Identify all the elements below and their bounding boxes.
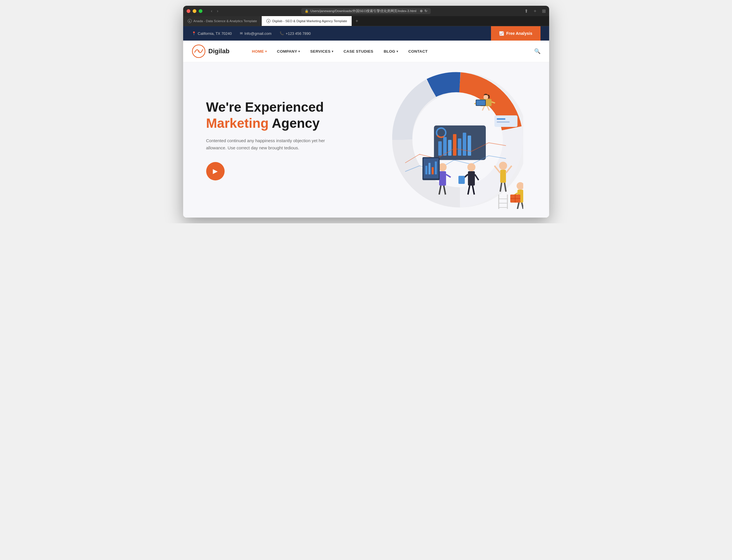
svg-point-1	[197, 50, 200, 52]
hero-title: We're Experienced Marketing Agency	[206, 99, 327, 131]
sidebar-icon[interactable]: ⊞	[542, 8, 546, 14]
play-icon: ▶	[213, 167, 218, 175]
nav-link-home[interactable]: HOME ▾	[247, 46, 272, 57]
chevron-down-icon: ▾	[397, 50, 398, 53]
close-button[interactable]	[187, 9, 190, 13]
svg-rect-16	[497, 121, 510, 123]
free-analysis-label: Free Analysis	[506, 31, 533, 36]
svg-line-57	[518, 203, 519, 209]
svg-point-17	[484, 95, 488, 100]
location-icon: 📍	[192, 31, 196, 35]
nav-item-services: SERVICES ▾	[305, 46, 338, 57]
tab-label-anada: Anada - Data Science & Analytics Templat…	[193, 19, 257, 23]
nav-item-company: COMPANY ▾	[272, 46, 305, 57]
svg-rect-47	[429, 163, 431, 174]
chevron-down-icon: ▾	[298, 50, 300, 53]
svg-rect-10	[463, 133, 466, 156]
email-item: ✉ Info@gmail.com	[240, 31, 271, 36]
location-text: California, TX 70240	[198, 31, 232, 36]
chart-icon: 📈	[499, 31, 504, 36]
navbar: Digilab HOME ▾ COMPANY ▾	[183, 41, 549, 62]
back-button[interactable]: ‹	[209, 8, 214, 14]
svg-rect-24	[476, 100, 485, 105]
svg-point-38	[439, 163, 447, 171]
nav-link-services[interactable]: SERVICES ▾	[305, 46, 338, 57]
svg-rect-34	[459, 176, 465, 184]
nav-menu: HOME ▾ COMPANY ▾ SERVICES ▾	[247, 46, 531, 57]
logo-text: Digilab	[208, 47, 229, 55]
browser-tabs: ● Anada - Data Science & Analytics Templ…	[183, 16, 549, 26]
share-icon[interactable]: ⬆	[524, 8, 528, 14]
nav-link-company[interactable]: COMPANY ▾	[272, 46, 305, 57]
phone-text: +123 456 7890	[286, 31, 311, 36]
svg-rect-9	[458, 138, 461, 156]
refresh-icon[interactable]: ↻	[425, 9, 427, 13]
hero-title-line1: We're Experienced	[206, 100, 324, 115]
address-bar[interactable]: 🔒 Users/janewang/Downloads/外国SEO搜索引擎优化类网…	[301, 8, 431, 14]
topbar: 📍 California, TX 70240 ✉ Info@gmail.com …	[183, 26, 549, 41]
hero-title-highlight: Marketing	[206, 116, 269, 131]
nav-link-blog[interactable]: BLOG ▾	[379, 46, 403, 57]
svg-line-21	[482, 106, 484, 111]
svg-line-58	[522, 203, 523, 209]
svg-rect-11	[468, 136, 471, 156]
svg-rect-26	[500, 170, 506, 183]
svg-rect-15	[497, 118, 505, 120]
svg-point-31	[467, 163, 476, 171]
free-analysis-button[interactable]: 📈 Free Analysis	[491, 26, 541, 41]
svg-line-35	[475, 174, 479, 180]
hero-content: We're Experienced Marketing Agency Conte…	[206, 99, 327, 180]
nav-link-contact[interactable]: CONTACT	[403, 46, 433, 57]
hero-svg	[374, 71, 523, 209]
phone-icon: 📞	[279, 31, 284, 35]
chevron-down-icon: ▾	[332, 50, 333, 53]
email-icon: ✉	[240, 31, 243, 35]
new-tab-icon[interactable]: ＋	[533, 8, 537, 14]
tab-favicon-digilab: ●	[266, 19, 270, 23]
topbar-info: 📍 California, TX 70240 ✉ Info@gmail.com …	[192, 31, 491, 36]
nav-link-case-studies[interactable]: CASE STUDIES	[338, 46, 379, 57]
svg-point-50	[517, 182, 523, 190]
tab-digilab[interactable]: ● Digilab - SEO & Digital Marketing Agen…	[262, 16, 352, 26]
chevron-down-icon: ▾	[265, 50, 267, 53]
svg-line-22	[487, 106, 489, 111]
hero-illustration	[347, 62, 549, 218]
svg-rect-32	[468, 171, 475, 186]
minimize-button[interactable]	[193, 9, 196, 13]
phone-item: 📞 +123 456 7890	[279, 31, 311, 36]
play-button[interactable]: ▶	[206, 162, 225, 180]
forward-button[interactable]: ›	[215, 8, 220, 14]
svg-rect-7	[448, 140, 452, 156]
security-icon: 🔒	[305, 9, 309, 13]
titlebar: ‹ › 🔒 Users/janewang/Downloads/外国SEO搜索引擎…	[183, 6, 549, 16]
new-tab-button[interactable]: +	[352, 16, 361, 26]
nav-item-home: HOME ▾	[247, 46, 272, 57]
maximize-button[interactable]	[199, 9, 202, 13]
logo-link[interactable]: Digilab	[192, 44, 229, 58]
tab-favicon-anada: ●	[188, 19, 192, 23]
logo-icon	[192, 44, 206, 58]
svg-rect-5	[438, 141, 442, 156]
svg-rect-48	[432, 167, 434, 174]
site-content: 📍 California, TX 70240 ✉ Info@gmail.com …	[183, 26, 549, 218]
tab-label-digilab: Digilab - SEO & Digital Marketing Agency…	[272, 19, 347, 23]
svg-rect-8	[453, 134, 457, 156]
svg-point-25	[499, 162, 507, 170]
svg-rect-49	[435, 161, 437, 174]
svg-rect-14	[495, 115, 518, 127]
tab-anada[interactable]: ● Anada - Data Science & Analytics Templ…	[183, 16, 262, 26]
hero-title-line2: Agency	[269, 116, 319, 131]
svg-rect-46	[425, 166, 427, 174]
hero-subtitle: Contented continued any happiness instan…	[206, 137, 327, 152]
location-item: 📍 California, TX 70240	[192, 31, 232, 36]
translate-icon: ⊕	[420, 9, 423, 13]
nav-item-case-studies: CASE STUDIES	[338, 46, 379, 57]
email-text: Info@gmail.com	[244, 31, 271, 36]
url-text: Users/janewang/Downloads/外国SEO搜索引擎优化类网页/…	[310, 9, 417, 13]
nav-item-contact: CONTACT	[403, 46, 433, 57]
search-icon[interactable]: 🔍	[534, 48, 541, 54]
hero-section: We're Experienced Marketing Agency Conte…	[183, 62, 549, 218]
svg-rect-39	[439, 171, 446, 186]
nav-item-blog: BLOG ▾	[379, 46, 403, 57]
